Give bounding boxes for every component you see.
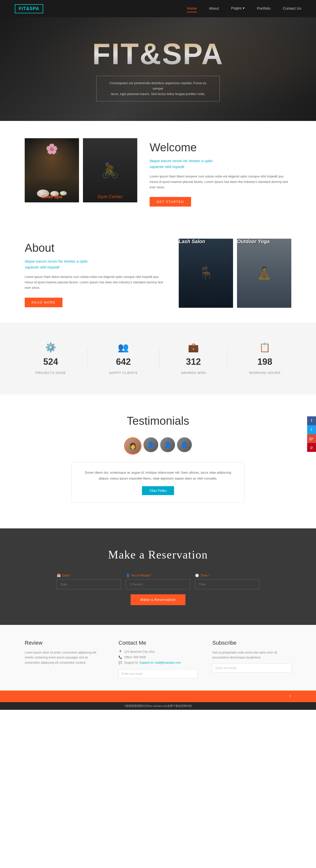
hours-count: 198 — [257, 356, 272, 367]
awards-icon: 💼 — [188, 342, 199, 353]
subscribe-text: Sed ut perspiciatis unde omnis iste natu… — [212, 650, 291, 660]
spa-image-box: 🌸 Goad Spa — [25, 138, 79, 203]
testimonial-box: Donec libero dui, scelerisque ac augue i… — [72, 462, 244, 503]
support-text: Support to: Support to: mail@example.com — [124, 661, 181, 664]
watermark-bar: ©图图图图图图社区bbs.xieniao.com免费下载使用商内容 — [0, 702, 316, 710]
read-more-button[interactable]: READ MORE — [25, 298, 62, 307]
scroll-top-button[interactable]: ↑ — [289, 693, 291, 699]
date-label: 📅 Date * — [57, 574, 121, 577]
welcome-images: 🌸 Goad Spa 🚴 Gym Center — [25, 138, 137, 203]
contact-address: 📍 123 NewYork City USA, — [119, 650, 197, 654]
testimonial-name-button[interactable]: Filan Fetku — [142, 486, 174, 495]
gym-image-box: 🚴 Gym Center — [83, 138, 137, 203]
time-label-text: Time * — [200, 574, 210, 577]
watermark-text: ©图图图图图图社区bbs.xieniao.com免费下载使用商内容 — [124, 704, 192, 707]
reservation-button[interactable]: Make a Reservation — [131, 594, 186, 605]
salon-overlay — [179, 239, 233, 308]
nav-portfolio[interactable]: Portfolio — [257, 6, 271, 11]
logo-text: FIT — [19, 6, 26, 11]
pinterest-button[interactable]: p — [307, 443, 316, 452]
avatar-2[interactable]: 👤 — [144, 437, 158, 452]
hours-icon: 📋 — [259, 342, 270, 353]
hero-subtitle-text: Consequatur aut perferendis doloribus as… — [109, 81, 207, 90]
testimonial-avatars: 👩 👤 👤 👤 — [25, 437, 291, 455]
nav-contact[interactable]: Contact Us — [283, 6, 301, 11]
stat-item-projects: ⚙️ 524 PROJECTS DONE — [36, 342, 66, 375]
time-form-group: 🕐 Time * — [195, 574, 259, 589]
avatar-4[interactable]: 👤 — [177, 437, 192, 452]
avatar-3-image: 👤 — [160, 437, 175, 452]
reservation-section: Make a Reservation 📅 Date * 👤 No.of Peop… — [0, 528, 316, 625]
welcome-body: Lorem ipsum Nam libero tempore cum solut… — [150, 174, 291, 190]
welcome-italic: Itaque earum rerum hic tenetur a optiosa… — [150, 158, 291, 170]
people-form-group: 👤 No.of People * — [126, 574, 190, 589]
about-heading: About — [25, 241, 164, 254]
subscribe-email-input[interactable] — [212, 664, 291, 673]
address-icon: 📍 — [119, 650, 122, 654]
logo[interactable]: FIT&SPA — [15, 4, 43, 13]
support-email-link[interactable]: Support to: mail@example.com — [139, 661, 181, 664]
avatar-3[interactable]: 👤 — [160, 437, 175, 452]
address-text: 123 NewYork City USA, — [124, 650, 155, 654]
projects-icon: ⚙️ — [45, 342, 56, 353]
avatar-4-image: 👤 — [177, 437, 192, 452]
date-label-text: Date * — [62, 574, 71, 577]
salon-label: Lash Salon — [179, 239, 205, 244]
hero-section: FIT&SPA Consequatur aut perferendis dolo… — [0, 17, 316, 121]
stat-item-hours: 📋 198 WORKING HOURS — [249, 342, 280, 375]
nav-about[interactable]: About — [209, 6, 219, 11]
date-input[interactable] — [57, 579, 121, 589]
google-plus-icon: g+ — [309, 436, 314, 441]
yoga-label: Outdoor Yoga — [237, 239, 270, 244]
awards-count: 312 — [186, 356, 201, 367]
welcome-heading: Welcome — [150, 141, 291, 154]
welcome-content: Welcome Itaque earum rerum hic tenetur a… — [150, 138, 291, 207]
testimonials-section: Testimonials 👩 👤 👤 👤 Donec libero dui, s… — [0, 394, 316, 528]
phone-icon: 📞 — [119, 655, 122, 659]
logo-accent: &SPA — [26, 6, 39, 11]
flower-decoration: 🌸 — [46, 143, 58, 155]
spa-label: Goad Spa — [25, 191, 79, 203]
hero-subtitle-text2: lacus, eget placerat mauris. Sed lectus … — [111, 92, 205, 96]
nav-links: Home About Pages Portfolio Contact Us — [187, 6, 301, 11]
twitter-icon: t — [311, 428, 312, 432]
people-input[interactable] — [126, 579, 190, 589]
yoga-image-box: 🧘 Outdoor Yoga — [237, 239, 291, 308]
time-input[interactable] — [195, 579, 259, 589]
contact-heading: Contact Me — [119, 640, 197, 646]
google-plus-button[interactable]: g+ — [307, 434, 316, 443]
get-started-button[interactable]: GET STARTED — [150, 197, 191, 207]
about-section: About Itaque earum rerum hic tenetur a o… — [0, 224, 316, 322]
nav-pages[interactable]: Pages — [231, 6, 245, 11]
footer-contact: Contact Me 📍 123 NewYork City USA, 📞 Off… — [119, 640, 197, 681]
about-images: 🪑 Lash Salon 🧘 Outdoor Yoga — [179, 239, 291, 308]
stat-divider-3 — [227, 349, 228, 369]
phone-text: Office: 908 0006 — [124, 655, 146, 659]
people-label: 👤 No.of People * — [126, 574, 190, 577]
footer: Review Lorem ipsum dolor sit amet, conse… — [0, 625, 316, 690]
avatar-2-image: 👤 — [144, 437, 158, 452]
time-label: 🕐 Time * — [195, 574, 259, 577]
projects-label: PROJECTS DONE — [36, 371, 66, 375]
about-italic: Itaque earum rerum hic tenetur a optiosa… — [25, 258, 164, 270]
people-label-text: No.of People * — [131, 574, 152, 577]
support-icon: 💬 — [119, 661, 122, 664]
navbar: FIT&SPA Home About Pages Portfolio Conta… — [0, 0, 316, 17]
twitter-button[interactable]: t — [307, 425, 316, 434]
contact-email-input[interactable] — [119, 669, 197, 678]
pinterest-icon: p — [311, 445, 313, 450]
awards-label: AWARDS WON — [181, 371, 206, 375]
testimonial-text: Donec libero dui, scelerisque ac augue i… — [82, 470, 234, 481]
avatar-1[interactable]: 👩 — [124, 437, 141, 455]
facebook-button[interactable]: f — [307, 416, 316, 425]
bottom-bar: ↑ — [0, 690, 316, 702]
salon-image-box: 🪑 Lash Salon — [179, 239, 233, 308]
stat-item-awards: 💼 312 AWARDS WON — [181, 342, 206, 375]
contact-support: 💬 Support to: Support to: mail@example.c… — [119, 661, 197, 664]
facebook-icon: f — [311, 418, 312, 423]
nav-home[interactable]: Home — [187, 6, 197, 11]
reservation-form: 📅 Date * 👤 No.of People * 🕐 Time * — [25, 574, 291, 589]
people-icon: 👤 — [126, 574, 130, 577]
about-body: Lorem ipsum Nam libero tempore cum solut… — [25, 274, 164, 290]
social-sidebar: f t g+ p — [307, 416, 316, 452]
